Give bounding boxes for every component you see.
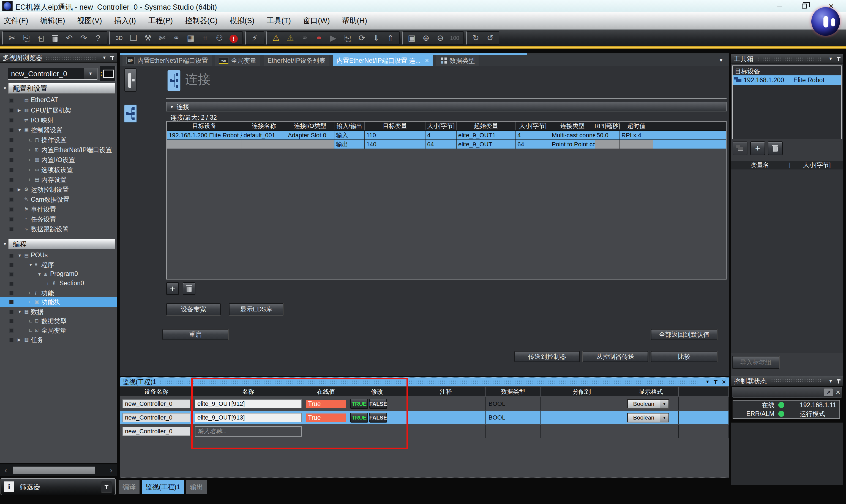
target-device-item[interactable]: 192.168.1.200 Elite Robot [733,75,841,85]
section-programming-arrow[interactable]: ▼ [2,241,8,246]
zoom-out-icon[interactable]: ⊖ [433,32,447,44]
tab-output[interactable]: 输出 [186,480,207,494]
rotate-right-icon[interactable]: ↻ [469,32,483,44]
minimize-button[interactable]: – [773,2,787,11]
drag-texture[interactable] [159,380,699,384]
tree-item-data-types[interactable]: ∟⊟数据类型 [0,317,117,326]
device-name-field[interactable]: new_Controller_0 [122,427,190,436]
monitor-stop-icon[interactable]: ⚭ [312,32,326,44]
collapse-icon[interactable]: ▼ [828,379,833,384]
program-check-icon[interactable]: ▶ [326,32,340,44]
tree-item-event-settings[interactable]: ⚑事件设置 [0,205,117,215]
tree-item-function-blocks[interactable]: ∟▣功能块 [0,297,117,307]
set-true-button[interactable]: TRUE [350,399,368,409]
controller-selector[interactable]: new_Controller_0 ▼ [8,68,98,80]
tree-item-ethercat[interactable]: ▤EtherCAT [0,96,117,106]
tree-item-builtin-ethernet-ip[interactable]: ∟⊞内置EtherNet/IP端口设置 [0,145,117,155]
device-view-button[interactable] [124,68,137,92]
download-to-controller-icon[interactable]: ⇓ [369,32,383,44]
pin-icon[interactable] [713,379,718,384]
menu-simulation[interactable]: 模拟(S) [230,16,254,25]
device-bandwidth-button[interactable]: 设备带宽 [166,303,221,315]
tree-item-tasks[interactable]: ▶▥任务 [0,335,117,345]
tab-eip-device-list[interactable]: EtherNet/IP设备列表 [264,55,330,66]
redo-icon[interactable]: ↷ [76,32,91,44]
tree-item-operation-settings[interactable]: ∟▢操作设置 [0,136,117,145]
watch-window-icon[interactable]: ⚭ [169,32,183,44]
expand-icon[interactable]: ↗ [824,388,833,396]
compare-button[interactable]: 比较 [651,351,718,362]
tree-item-cpu-rack[interactable]: ▶▥CPU/扩展机架 [0,106,117,115]
tree-item-task-settings[interactable]: ◔任务设置 [0,215,117,224]
scroll-left-icon[interactable]: ‹ [0,466,12,474]
transfer-to-controller-button[interactable]: 传送到控制器 [514,351,580,362]
menu-project[interactable]: 工程(P) [148,16,173,25]
connection-row-output[interactable]: 输出 140 64 elite_9_OUT 64 Point to Point … [167,140,726,148]
tree-item-memory-settings[interactable]: ∟▤内存设置 [0,175,117,185]
filter-pin-button[interactable] [101,481,112,492]
delete-connection-button[interactable] [183,282,195,295]
show-eds-library-button[interactable]: 显示EDS库 [229,303,283,315]
delete-device-button[interactable] [768,141,783,155]
tree-item-program0[interactable]: ▼⊞Program0 [0,270,117,280]
menu-window[interactable]: 窗口(W) [303,16,330,25]
menu-file[interactable]: 文件(F) [4,16,28,25]
collapse-icon[interactable]: ▼ [170,105,174,109]
menu-controller[interactable]: 控制器(C) [185,16,218,25]
cut-icon[interactable]: ✂ [5,32,19,44]
tree-item-global-variables[interactable]: ∟⊡全局变量 [0,326,117,336]
add-device-button[interactable]: + [750,141,765,155]
collapse-icon[interactable]: ▼ [828,56,833,61]
zoom-100-icon[interactable]: 100 [447,32,462,44]
scrollbar-thumb[interactable] [13,467,95,474]
display-format-select[interactable]: Boolean▼ [627,413,669,422]
pin-icon[interactable] [836,379,841,384]
set-true-button[interactable]: TRUE [350,413,368,422]
tree-item-data[interactable]: ▼▦数据 [0,307,117,317]
tab-build[interactable]: 编译 [119,480,140,494]
connection-section-bar[interactable]: ▼ 连接 [166,102,726,111]
variable-name-field[interactable]: elite_9_OUT[912] [195,399,302,408]
close-panel-icon[interactable]: × [722,378,726,386]
synchronize-icon[interactable]: ⟳ [355,32,369,44]
menu-edit[interactable]: 编辑(E) [40,16,65,25]
chevron-down-icon[interactable]: ▼ [84,68,97,79]
delete-icon[interactable] [48,32,62,44]
tree-item-functions[interactable]: ∟ƒ功能 [0,288,117,298]
set-false-button[interactable]: FALSE [369,413,387,422]
tree-item-data-trace[interactable]: ∿数据跟踪设置 [0,224,117,234]
menu-tools[interactable]: 工具(T) [267,16,291,25]
device-name-field[interactable]: new_Controller_0 [122,413,190,422]
connection-view-button[interactable] [124,105,137,123]
monitor-icon[interactable]: ⚭ [298,32,312,44]
tab-eip-connection-active[interactable]: 内置EtherNet/IP端口设置 连...× [333,55,433,66]
new-window-icon[interactable]: ❏ [126,32,141,44]
close-icon[interactable]: × [836,388,840,397]
simulation-run-icon[interactable]: ⚡ [248,32,262,44]
tree-item-builtin-io[interactable]: ∟▦内置I/O设置 [0,155,117,165]
close-tab-icon[interactable]: × [425,57,429,65]
variable-table-body[interactable] [731,169,843,353]
restore-button[interactable] [797,2,811,11]
upload-from-controller-icon[interactable]: ⇑ [383,32,398,44]
connection-row-input[interactable]: 192.168.1.200 Elite Robot 版 default_001 … [167,130,726,140]
tab-builtin-eip-settings[interactable]: EIP内置EtherNet/IP端口设置 [122,55,212,66]
tree-item-cam-data[interactable]: ✎Cam数据设置 [0,195,117,205]
drag-texture[interactable] [770,379,822,383]
error-list-icon[interactable]: ! [227,32,241,44]
watch-row-913-selected[interactable]: new_Controller_0 elite_9_OUT[913] True T… [120,411,729,424]
tree-item-pous[interactable]: ▼▤POUs [0,251,117,261]
restart-button[interactable]: 重启 [162,329,228,340]
new-variable-input[interactable]: 输入名称... [195,426,302,437]
tree-item-section0[interactable]: ∟§Section0 [0,279,117,289]
edit-tool-icon[interactable]: ⚒ [141,32,155,44]
online-warning-icon[interactable]: ⚠ [269,32,283,44]
copy-icon[interactable]: ⎘ [19,32,34,44]
section-programming[interactable]: 编程 [8,239,115,249]
tab-data-types[interactable]: 数据类型 [436,55,479,66]
drag-texture[interactable] [757,57,822,61]
tree-item-controller-settings[interactable]: ▼▣控制器设置 [0,125,117,136]
section-config[interactable]: 配置和设置 [8,83,115,93]
rebuild-icon[interactable]: ⎘ [340,32,355,44]
import-tag-set-button[interactable]: 导入标签组 [732,356,779,368]
